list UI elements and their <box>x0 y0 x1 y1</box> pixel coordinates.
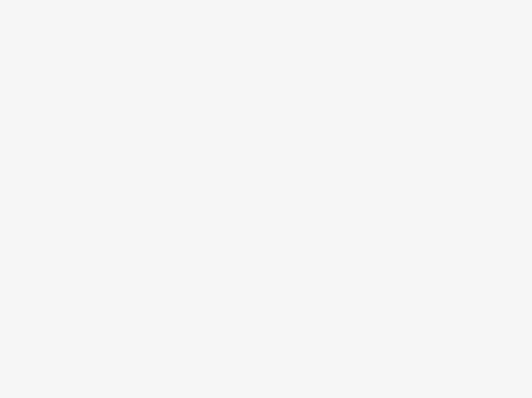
app-grid <box>0 0 532 4</box>
